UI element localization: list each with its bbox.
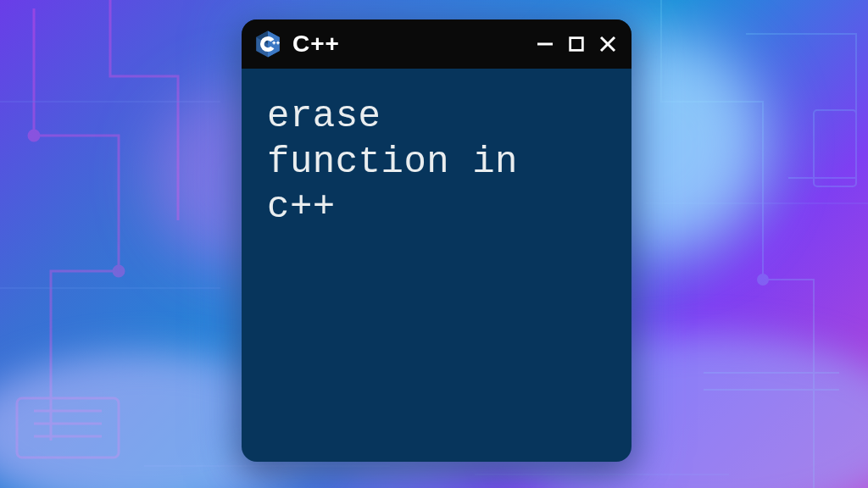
- window-title: C++: [292, 30, 525, 58]
- window-controls: [535, 34, 618, 54]
- body-text: erase function in c++: [267, 94, 606, 230]
- svg-point-4: [758, 274, 768, 285]
- svg-rect-9: [273, 42, 274, 45]
- svg-point-1: [114, 266, 124, 276]
- svg-rect-2: [17, 398, 119, 458]
- svg-rect-3: [814, 110, 856, 186]
- window-content: erase function in c++: [242, 69, 632, 462]
- svg-point-0: [29, 130, 39, 141]
- svg-rect-11: [277, 42, 278, 45]
- cpp-logo-icon: [253, 30, 282, 58]
- svg-rect-13: [570, 38, 583, 51]
- maximize-button[interactable]: [567, 35, 586, 53]
- titlebar[interactable]: C++: [242, 19, 632, 69]
- app-window: C++ erase function in c++: [242, 19, 632, 462]
- close-button[interactable]: [598, 34, 618, 54]
- minimize-button[interactable]: [535, 34, 555, 54]
